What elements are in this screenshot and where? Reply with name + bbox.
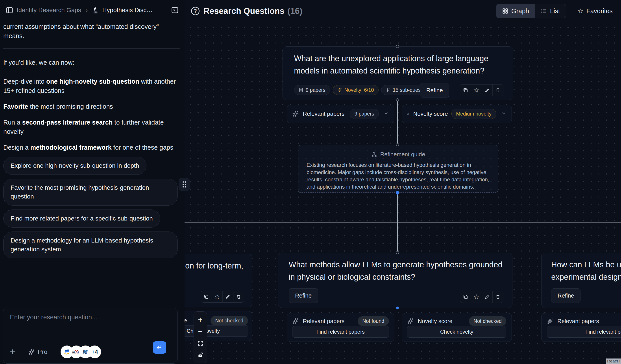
canvas-header: ? Research Questions (16) Graph List ☆ F — [185, 0, 621, 22]
fit-view-button[interactable] — [194, 338, 207, 349]
star-icon: ☆ — [577, 8, 583, 14]
delete-trash-icon[interactable] — [233, 291, 244, 302]
edge-connector — [185, 222, 621, 222]
sparkle-icon — [28, 348, 35, 355]
breadcrumb-project[interactable]: Identify Research Gaps — [17, 7, 81, 14]
sparkles-icon — [337, 88, 342, 92]
lock-open-icon — [198, 352, 203, 358]
breadcrumb-document[interactable]: Hypothesis Disc… — [103, 7, 153, 14]
tab-graph-view[interactable]: Graph — [496, 4, 535, 18]
attach-plus-icon[interactable]: + — [10, 347, 16, 357]
node-handle[interactable] — [396, 98, 399, 101]
suggestion-pill[interactable]: Find more related papers for a specific … — [3, 210, 160, 228]
copy-icon[interactable] — [460, 291, 471, 303]
lock-button[interactable] — [194, 349, 207, 361]
papers-badge[interactable]: 9 papers — [294, 85, 330, 95]
node-handle[interactable] — [396, 251, 399, 254]
edit-pencil-icon[interactable] — [482, 291, 492, 303]
grid-icon — [502, 8, 508, 14]
chat-panel-header: Identify Research Gaps › Hypothesis Disc… — [0, 0, 184, 20]
flow-board[interactable]: What are the unexplored applications of … — [185, 22, 621, 364]
tab-list-view[interactable]: List — [535, 4, 566, 18]
expander-label: Relevant papers — [557, 318, 621, 325]
composer-toolbar: + Pro arXiv N +4 ↵ — [10, 345, 172, 359]
delete-trash-icon[interactable] — [492, 291, 503, 303]
check-novelty-button[interactable]: Check novelty — [407, 326, 506, 338]
panel-resize-handle[interactable] — [179, 178, 190, 191]
chat-paragraph: current assumptions about what “automate… — [3, 22, 181, 40]
question-card-left-partial[interactable]: on for long-term, ☆ — [185, 254, 252, 307]
status-pill: Not found — [358, 316, 389, 326]
help-icon[interactable]: ? — [191, 7, 200, 15]
drag-dots-icon — [183, 181, 186, 187]
expander-label: Novelty score — [413, 111, 448, 117]
refine-button[interactable]: Refine — [551, 288, 581, 303]
question-title: on for long-term, — [185, 260, 251, 272]
find-papers-button[interactable]: Find relevant papers — [292, 326, 389, 338]
view-switcher: Graph List — [496, 4, 566, 18]
sidebar-toggle-icon[interactable] — [6, 7, 13, 14]
question-card-main[interactable]: What are the unexplored applications of … — [283, 47, 513, 100]
chat-paragraph: Run a second-pass literature search to f… — [3, 118, 181, 136]
refine-button[interactable]: Refine — [289, 288, 318, 303]
node-handle-active[interactable] — [396, 307, 399, 309]
chat-paragraph: Favorite the most promising directions — [3, 102, 181, 111]
chat-panel: Identify Research Gaps › Hypothesis Disc… — [0, 0, 184, 364]
suggested-actions: Explore one high-novelty sub-question in… — [3, 157, 181, 258]
refine-button[interactable]: Refine — [420, 83, 449, 98]
document-icon — [299, 88, 303, 92]
expander-label: Relevant papers — [303, 318, 354, 325]
zoom-in-button[interactable]: + — [194, 314, 207, 326]
node-handle[interactable] — [396, 143, 399, 146]
guide-title: Refinement guide — [380, 151, 425, 158]
novelty-level-pill: Medium novelty — [451, 109, 496, 119]
favorite-star-icon[interactable]: ☆ — [471, 291, 482, 303]
canvas-zoom-toolbar: + − — [193, 311, 207, 363]
chat-paragraph: If you’d like, we can now: — [3, 58, 181, 67]
node-handle-active[interactable] — [396, 191, 399, 195]
relevant-papers-node-bottom[interactable]: Relevant papers Not found Find relevant … — [287, 313, 394, 342]
ai-sparkle-icon — [407, 317, 414, 325]
card-action-group: ☆ — [460, 84, 503, 96]
zoom-out-button[interactable]: − — [194, 326, 207, 337]
reactflow-attribution[interactable]: React Flow — [606, 359, 621, 364]
novelty-score-node-bottom[interactable]: Novelty score Not checked Check novelty — [402, 313, 512, 342]
breadcrumb: Identify Research Gaps › Hypothesis Disc… — [6, 6, 171, 14]
source-avatars[interactable]: arXiv N +4 — [61, 346, 101, 358]
refinement-guide-node[interactable]: Refinement guide Existing research focus… — [298, 145, 498, 193]
edit-pencil-icon[interactable] — [482, 84, 492, 96]
guide-body: Existing research focuses on literature-… — [307, 161, 490, 190]
send-button[interactable]: ↵ — [153, 341, 166, 354]
chevron-down-icon[interactable] — [501, 111, 506, 117]
edit-pencil-icon[interactable] — [223, 291, 233, 302]
pro-label: Pro — [38, 348, 48, 355]
hierarchy-icon — [371, 151, 377, 158]
suggestion-pill[interactable]: Explore one high-novelty sub-question in… — [3, 157, 146, 175]
suggestion-pill[interactable]: Favorite the most promising hypothesis-g… — [3, 179, 178, 206]
copy-icon[interactable] — [201, 291, 212, 302]
chevron-down-icon[interactable] — [384, 111, 389, 117]
copy-icon[interactable] — [460, 84, 471, 96]
question-title: How can LLMs be used experimental design — [551, 259, 621, 283]
delete-trash-icon[interactable] — [492, 84, 503, 96]
expander-label: Novelty score — [185, 317, 187, 324]
question-card-bottom[interactable]: What methods allow LLMs to generate hypo… — [278, 253, 512, 308]
edge-connector — [397, 100, 398, 145]
find-papers-button[interactable]: Find relevant papers — [547, 326, 621, 338]
question-title: What are the unexplored applications of … — [294, 52, 497, 77]
novelty-badge[interactable]: Novelty: 6/10 — [333, 85, 379, 95]
novelty-score-node[interactable]: Novelty score Medium novelty — [402, 105, 512, 123]
node-handle[interactable] — [396, 45, 399, 48]
question-card-right-partial[interactable]: How can LLMs be used experimental design… — [541, 253, 621, 308]
relevant-papers-node-right[interactable]: Relevant papers Find relevant papers — [541, 313, 621, 342]
pro-mode-toggle[interactable]: Pro — [28, 348, 48, 355]
relevant-papers-node[interactable]: Relevant papers 9 papers — [287, 105, 394, 123]
favorite-star-icon[interactable]: ☆ — [471, 84, 482, 96]
ai-sparkle-icon — [292, 317, 299, 325]
collapse-panel-icon[interactable] — [171, 7, 178, 14]
card-action-group: ☆ — [201, 291, 244, 303]
research-question-input[interactable] — [10, 314, 169, 338]
suggestion-pill[interactable]: Design a methodology for an LLM-based hy… — [3, 232, 178, 258]
favorites-button[interactable]: ☆ Favorites — [576, 7, 614, 15]
favorite-star-icon[interactable]: ☆ — [212, 291, 223, 302]
